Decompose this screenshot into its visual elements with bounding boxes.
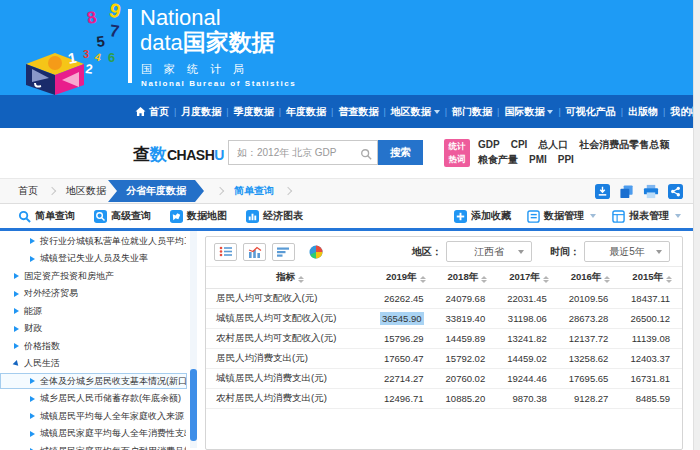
add-favorite-button[interactable]: 添加收藏 (454, 209, 511, 223)
value-cell: 14459.89 (436, 328, 498, 348)
column-chart-view-button[interactable] (243, 243, 266, 261)
sidebar-item-selected[interactable]: 全体及分城乡居民收支基本情况(新口径) (0, 373, 187, 389)
panel-controls: 地区： 江西省 时间： 最近5年 (206, 237, 682, 267)
nav-item-label: 可视化产品 (566, 105, 616, 119)
nav-item[interactable]: 部门数据 (447, 105, 497, 119)
site-title-zh: 国家数据 (183, 29, 275, 55)
logo-divider (128, 9, 132, 83)
nav-item[interactable]: 首页 (130, 105, 174, 119)
table-column-header[interactable]: 指标 (206, 267, 374, 288)
table-column-header[interactable]: 2015年 (620, 267, 682, 288)
table-row: 城镇居民人均可支配收入(元)36545.9033819.4031198.0628… (206, 308, 682, 328)
sidebar-item[interactable]: 能源 (0, 303, 187, 319)
bureau-name-en: National Bureau of Statistics (141, 79, 296, 88)
value-cell: 17650.47 (374, 348, 436, 368)
sidebar-item[interactable]: 城镇登记失业人员及失业率 (0, 251, 187, 267)
value-cell: 31198.06 (497, 308, 559, 328)
search-button[interactable]: 搜索 (378, 140, 423, 165)
chevron-down-icon (434, 110, 440, 114)
list-view-button[interactable] (214, 243, 237, 261)
sort-arrows-icon (298, 276, 304, 284)
value-cell: 24079.68 (436, 288, 498, 308)
table-row: 居民人均可支配收入(元)26262.4524079.6822031.452010… (206, 288, 682, 308)
nav-item-label: 出版物 (628, 105, 658, 119)
chevron-down-icon (590, 214, 596, 218)
nav-item-label: 季度数据 (234, 105, 274, 119)
data-panel: 地区： 江西省 时间： 最近5年 指标2019年2018年2017年2016年2… (205, 236, 683, 450)
indicator-cell: 农村居民人均消费支出(元) (206, 388, 374, 408)
logo-numbers: 987534612 (67, 0, 124, 77)
pie-chart-view-button[interactable] (304, 243, 327, 261)
economic-chart-button[interactable]: 经济图表 (246, 209, 303, 223)
hotword-link[interactable]: 粮食产量 (478, 152, 518, 167)
advanced-query-button[interactable]: 高级查询 (94, 209, 151, 223)
sort-arrows-icon (481, 276, 487, 284)
data-map-button[interactable]: 数据地图 (170, 209, 227, 223)
triangle-collapsed-icon (30, 238, 35, 244)
value-cell: 8485.59 (620, 388, 682, 408)
hotword-link[interactable]: PMI (529, 152, 547, 167)
breadcrumb-item[interactable]: 首页 (18, 184, 38, 198)
print-icon[interactable] (643, 184, 659, 199)
search-input[interactable] (228, 140, 378, 165)
report-manage-button[interactable]: 报表管理 (612, 209, 681, 223)
sidebar-item[interactable]: 城镇居民平均每人全年家庭收入来源 (0, 408, 187, 424)
nav-item[interactable]: 出版物 (623, 105, 663, 119)
nav-item-label: 地区数据 (391, 105, 431, 119)
table-row: 城镇居民人均消费支出(元)22714.2720760.0219244.46176… (206, 368, 682, 388)
nav-item[interactable]: 年度数据 (281, 105, 331, 119)
region-select[interactable]: 江西省 (446, 241, 532, 262)
hotword-link[interactable]: CPI (511, 137, 528, 152)
nav-item[interactable]: 月度数据 (176, 105, 226, 119)
nav-item[interactable]: 地区数据 (386, 105, 445, 119)
hotword-link[interactable]: PPI (558, 152, 574, 167)
sidebar-item[interactable]: 按行业分城镇私营单位就业人员平均工资 (0, 233, 187, 249)
nav-item-label: 月度数据 (181, 105, 221, 119)
advanced-query-button-label: 高级查询 (111, 209, 151, 223)
data-manage-icon (527, 210, 540, 223)
hotword-link[interactable]: 总人口 (538, 137, 568, 152)
chevron-right-icon (48, 187, 56, 195)
share-icon[interactable] (668, 184, 683, 199)
breadcrumb-item[interactable]: 简单查询 (234, 184, 274, 198)
simple-query-button[interactable]: 简单查询 (18, 209, 75, 223)
hotword-link[interactable]: 社会消费品零售总额 (579, 137, 669, 152)
main-content: 按行业分城镇私营单位就业人员平均工资城镇登记失业人员及失业率固定资产投资和房地产… (0, 231, 693, 450)
chevron-down-icon (518, 250, 524, 254)
nav-item[interactable]: 可视化产品 (561, 105, 621, 119)
breadcrumb-item[interactable]: 地区数据 (66, 184, 106, 198)
value-cell: 33819.40 (436, 308, 498, 328)
sidebar-item[interactable]: 城镇居民家庭平均每百户耐用消费品拥有 (0, 443, 187, 450)
sidebar-item[interactable]: 财政 (0, 321, 187, 337)
sidebar-item[interactable]: 城镇居民家庭平均每人全年消费性支出 (0, 426, 187, 442)
copy-icon[interactable] (619, 184, 634, 199)
sidebar-item[interactable]: 对外经济贸易 (0, 286, 187, 302)
sidebar-scrollbar-thumb[interactable] (190, 369, 197, 441)
data-manage-button[interactable]: 数据管理 (527, 209, 596, 223)
sidebar-item[interactable]: 人民生活 (0, 356, 187, 372)
bar-chart-view-button[interactable] (272, 243, 295, 261)
chevron-down-icon (547, 110, 553, 114)
column-header-label: 指标 (276, 271, 295, 282)
simple-query-button-label: 简单查询 (35, 209, 75, 223)
hotword-link[interactable]: GDP (478, 137, 500, 152)
table-column-header[interactable]: 2019年 (374, 267, 436, 288)
table-column-header[interactable]: 2017年 (497, 267, 559, 288)
time-select[interactable]: 最近5年 (584, 241, 670, 262)
add-icon (454, 210, 467, 223)
sidebar-item[interactable]: 城乡居民人民币储蓄存款(年底余额) (0, 391, 187, 407)
nav-item[interactable]: 普查数据 (333, 105, 383, 119)
nav-item-label: 国际数据 (504, 105, 544, 119)
svg-text:4: 4 (94, 50, 104, 63)
nav-item[interactable]: 季度数据 (229, 105, 279, 119)
sidebar-item[interactable]: 固定资产投资和房地产 (0, 268, 187, 284)
triangle-collapsed-icon (14, 326, 19, 332)
table-column-header[interactable]: 2018年 (436, 267, 498, 288)
site-title-en: data (140, 30, 183, 55)
nav-item[interactable]: 国际数据 (499, 105, 558, 119)
sidebar-item[interactable]: 价格指数 (0, 338, 187, 354)
add-favorite-button-label: 添加收藏 (471, 209, 511, 223)
table-column-header[interactable]: 2016年 (559, 267, 621, 288)
breadcrumb-item-active[interactable]: 分省年度数据 (108, 180, 204, 202)
download-icon[interactable] (595, 184, 610, 199)
